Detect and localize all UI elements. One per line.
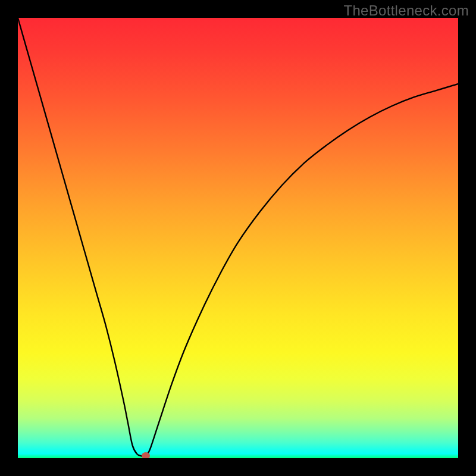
curve-svg	[18, 18, 458, 458]
minimum-marker	[142, 452, 150, 458]
bottleneck-curve	[18, 18, 458, 456]
plot-area	[18, 18, 458, 458]
chart-frame: TheBottleneck.com	[0, 0, 476, 476]
watermark-text: TheBottleneck.com	[343, 2, 469, 19]
